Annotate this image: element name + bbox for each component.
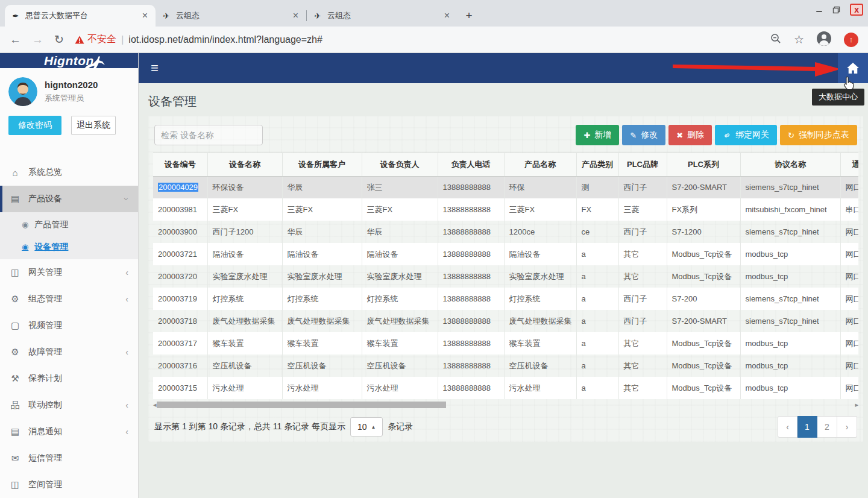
toolbar-button[interactable]: ✖删除 [668,125,712,145]
table-cell: 13888888888 [438,377,504,399]
table-cell: 200003718 [153,310,207,332]
prev-page-button[interactable]: ‹ [778,416,797,438]
table-cell: Modbus_Tcp设备 [667,332,740,355]
zoom-out-icon[interactable] [770,33,782,46]
scrollbar-track[interactable] [157,402,855,408]
column-header: 协议名称 [740,153,840,176]
sidebar-subitem[interactable]: ◉产品管理 [0,213,138,236]
sidebar-item[interactable]: ✉短信管理 [0,445,138,471]
table-cell: Modbus_Tcp设备 [667,355,740,377]
table-cell: 西门子1200 [207,221,282,243]
table-cell: 空压机设备 [207,355,282,377]
home-icon[interactable] [838,53,868,83]
sidebar-item[interactable]: ⚙组态管理‹ [0,286,138,312]
table-row[interactable]: 200003715污水处理污水处理污水处理13888888888污水处理a其它M… [153,377,858,399]
sidebar-item[interactable]: ▢视频管理 [0,312,138,339]
table-cell: mitsubishi_fxcom_hinet [740,198,840,221]
sidebar-item[interactable]: ⌂系统总览 [0,159,138,186]
sidebar-item[interactable]: ▤产品设备› [0,186,138,212]
close-button[interactable]: x [850,4,863,16]
table-cell: 隔油设备 [362,243,438,265]
summary-prefix: 显示第 1 到第 10 条记录，总共 11 条记录 每页显示 [154,421,345,432]
browser-tab[interactable]: ✒思普云大数据平台× [5,5,156,27]
horizontal-scrollbar[interactable]: ◂ ▸ [153,400,858,409]
table-row[interactable]: 200003718废气处理数据采集废气处理数据采集废气处理数据采集1388888… [153,310,858,332]
button-label: 修改 [641,130,658,140]
table-cell: 西门子 [618,221,667,243]
table-cell: 废气处理数据采集 [362,310,438,332]
sidebar-item[interactable]: ⚒保养计划 [0,365,138,392]
browser-tab[interactable]: ✈云组态× [307,5,458,27]
table-cell: FX [576,198,618,221]
toolbar-buttons: ✚新增✎修改✖删除绑定网关↻强制同步点表 [573,125,857,145]
forward-icon[interactable]: → [32,33,43,46]
table-row[interactable]: 200004029环保设备华辰张三13888888888环保测西门子S7-200… [153,176,858,198]
table-row[interactable]: 200003900西门子1200华辰华辰138888888881200cece西… [153,221,858,243]
tab-close-icon[interactable]: × [291,10,300,21]
profile-avatar-icon[interactable] [816,31,832,48]
table-toolbar: ✚新增✎修改✖删除绑定网关↻强制同步点表 [154,125,857,145]
table-cell: a [576,310,618,332]
column-header: 通讯方式 [840,153,858,176]
table-cell: 三菱FX [207,198,282,221]
sidebar-item[interactable]: ▤消息通知‹ [0,418,138,445]
table-row[interactable]: 200003719灯控系统灯控系统灯控系统13888888888灯控系统a西门子… [153,288,858,310]
toolbar-button[interactable]: 绑定网关 [715,125,777,145]
tab-close-icon[interactable]: × [140,10,149,21]
table-cell: 环保 [504,176,576,198]
table-cell: 其它 [618,377,667,399]
brand-logo: Hignton [0,53,138,68]
insecure-warning[interactable]: 不安全 [75,33,116,46]
page-button[interactable]: 1 [797,416,817,438]
browser-tab[interactable]: ✈云组态× [156,5,306,27]
toolbar-button[interactable]: ↻强制同步点表 [780,125,857,145]
page-button[interactable]: 2 [817,416,837,438]
extension-up-arrow-icon[interactable]: ↑ [844,33,858,47]
bookmark-star-icon[interactable]: ☆ [794,33,804,46]
reload-icon[interactable]: ↻ [54,33,64,46]
minimize-button[interactable] [816,6,823,13]
address-bar[interactable]: 不安全 | iot.idosp.net/admin/index.html?lan… [75,33,759,46]
back-icon[interactable]: ← [10,33,21,46]
table-cell: 华辰 [362,221,438,243]
notebook-icon: ▤ [10,426,20,437]
change-password-button[interactable]: 修改密码 [8,116,61,135]
table-cell: siemens_s7tcp_hinet [740,176,840,198]
table-row[interactable]: 200003720实验室废水处理实验室废水处理实验室废水处理1388888888… [153,265,858,288]
search-input[interactable] [154,125,263,145]
toolbar-button[interactable]: ✚新增 [576,125,619,145]
sidebar-subitem-label: 设备管理 [34,242,68,253]
hamburger-menu-icon[interactable]: ≡ [151,60,159,76]
sidebar-item[interactable]: ◫网关管理‹ [0,259,138,286]
sidebar-subitem[interactable]: ◉设备管理 [0,236,138,258]
next-page-button[interactable]: › [837,416,857,438]
tab-close-icon[interactable]: × [442,10,451,21]
sidebar-item[interactable]: ⚙故障管理‹ [0,339,138,365]
table-cell: Modbus_Tcp设备 [667,265,740,288]
restore-button[interactable] [832,6,840,14]
table-row[interactable]: 200003717猴车装置猴车装置猴车装置13888888888猴车装置a其它M… [153,332,858,355]
table-cell: 污水处理 [362,377,438,399]
scroll-right-icon[interactable]: ▸ [855,401,858,409]
table-cell: 网口 [840,332,858,355]
table-row[interactable]: 200003721隔油设备隔油设备隔油设备13888888888隔油设备a其它M… [153,243,858,265]
pencil-icon: ✎ [630,131,637,140]
table-cell: 西门子 [618,176,667,198]
new-tab-button[interactable]: + [461,8,477,24]
table-cell: 张三 [362,176,438,198]
sidebar-item[interactable]: 品联动控制‹ [0,392,138,418]
scrollbar-thumb[interactable] [157,402,446,408]
table-row[interactable]: 200003981三菱FX三菱FX三菱FX13888888888三菱FXFX三菱… [153,198,858,221]
device-table-wrap: 设备编号设备名称设备所属客户设备负责人负责人电话产品名称产品类别PLC品牌PLC… [153,153,858,399]
page-size-select[interactable]: 10 ▲ [350,417,383,437]
table-cell: 隔油设备 [504,243,576,265]
deer-logo-icon [81,55,107,72]
sidebar: Hignton hignton2020 系统管理员 修改密码 退出系统 ⌂系统总… [0,53,139,498]
logout-button[interactable]: 退出系统 [71,116,116,135]
toolbar-button[interactable]: ✎修改 [622,125,665,145]
table-row[interactable]: 200003716空压机设备空压机设备空压机设备13888888888空压机设备… [153,355,858,377]
sidebar-item[interactable]: ◫空间管理 [0,471,138,498]
table-cell: 网口 [840,288,858,310]
table-cell: ce [576,221,618,243]
table-cell: 网口 [840,377,858,399]
